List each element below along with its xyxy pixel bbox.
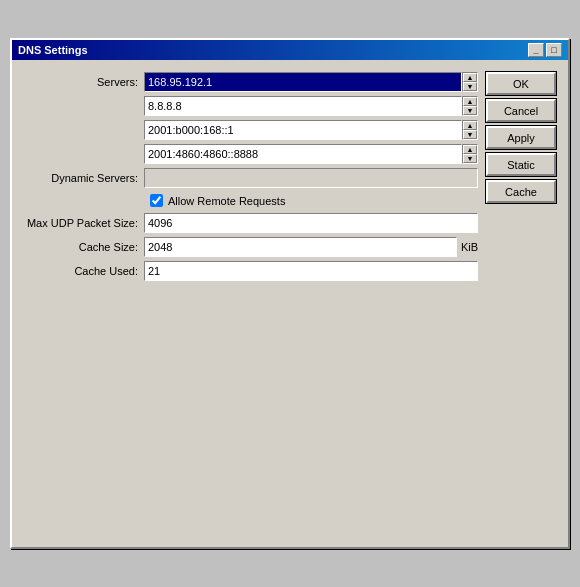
server4-down-btn[interactable]: ▼ <box>463 154 477 163</box>
dynamic-servers-row: Dynamic Servers: <box>24 168 478 188</box>
server2-down-btn[interactable]: ▼ <box>463 106 477 115</box>
kib-label: KiB <box>461 241 478 253</box>
server4-input-group: ▲ ▼ <box>144 144 478 164</box>
server3-row: ▲ ▼ <box>24 120 478 140</box>
server4-up-btn[interactable]: ▲ <box>463 145 477 154</box>
server1-up-btn[interactable]: ▲ <box>463 73 477 82</box>
cancel-button[interactable]: Cancel <box>486 99 556 122</box>
server1-input[interactable] <box>144 72 462 92</box>
server3-input-group: ▲ ▼ <box>144 120 478 140</box>
server2-row: ▲ ▼ <box>24 96 478 116</box>
server1-spinner: ▲ ▼ <box>462 72 478 92</box>
dns-settings-window: DNS Settings _ □ Servers: ▲ ▼ <box>10 38 570 549</box>
cache-used-row: Cache Used: <box>24 261 478 281</box>
server4-row: ▲ ▼ <box>24 144 478 164</box>
max-udp-label: Max UDP Packet Size: <box>24 217 144 229</box>
side-buttons: OK Cancel Apply Static Cache <box>486 72 556 535</box>
allow-remote-requests-checkbox[interactable] <box>150 194 163 207</box>
max-udp-row: Max UDP Packet Size: <box>24 213 478 233</box>
server3-spinner: ▲ ▼ <box>462 120 478 140</box>
cache-button[interactable]: Cache <box>486 180 556 203</box>
cache-size-input[interactable] <box>144 237 457 257</box>
server3-up-btn[interactable]: ▲ <box>463 121 477 130</box>
server3-down-btn[interactable]: ▼ <box>463 130 477 139</box>
server2-spinner: ▲ ▼ <box>462 96 478 116</box>
cache-size-label: Cache Size: <box>24 241 144 253</box>
window-body: Servers: ▲ ▼ ▲ ▼ <box>12 60 568 547</box>
max-udp-input[interactable] <box>144 213 478 233</box>
dynamic-servers-input <box>144 168 478 188</box>
rest-area <box>24 285 478 535</box>
server1-down-btn[interactable]: ▼ <box>463 82 477 91</box>
maximize-button[interactable]: □ <box>546 43 562 57</box>
server4-input[interactable] <box>144 144 462 164</box>
servers-label: Servers: <box>24 76 144 88</box>
server2-input-group: ▲ ▼ <box>144 96 478 116</box>
apply-button[interactable]: Apply <box>486 126 556 149</box>
ok-button[interactable]: OK <box>486 72 556 95</box>
minimize-button[interactable]: _ <box>528 43 544 57</box>
cache-used-label: Cache Used: <box>24 265 144 277</box>
static-button[interactable]: Static <box>486 153 556 176</box>
allow-remote-requests-label: Allow Remote Requests <box>168 195 285 207</box>
dynamic-servers-label: Dynamic Servers: <box>24 172 144 184</box>
server1-row: Servers: ▲ ▼ <box>24 72 478 92</box>
window-title: DNS Settings <box>18 44 88 56</box>
server2-input[interactable] <box>144 96 462 116</box>
server2-up-btn[interactable]: ▲ <box>463 97 477 106</box>
title-bar: DNS Settings _ □ <box>12 40 568 60</box>
cache-used-input <box>144 261 478 281</box>
main-content: Servers: ▲ ▼ ▲ ▼ <box>24 72 478 535</box>
allow-remote-requests-row: Allow Remote Requests <box>150 194 478 207</box>
title-bar-controls: _ □ <box>528 43 562 57</box>
cache-size-row: Cache Size: KiB <box>24 237 478 257</box>
server1-input-group: ▲ ▼ <box>144 72 478 92</box>
server3-input[interactable] <box>144 120 462 140</box>
server4-spinner: ▲ ▼ <box>462 144 478 164</box>
